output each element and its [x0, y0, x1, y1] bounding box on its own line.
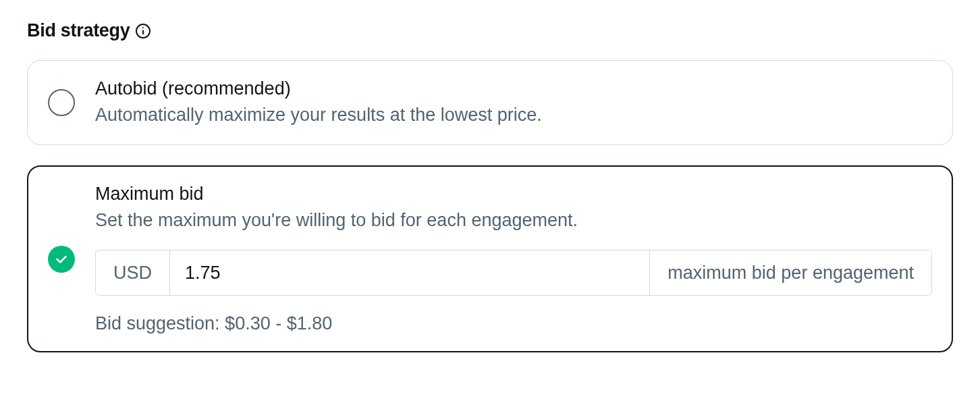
bid-currency-label: USD: [96, 250, 170, 295]
radio-unchecked-icon[interactable]: [48, 89, 75, 116]
bid-suggestion-text: Bid suggestion: $0.30 - $1.80: [95, 313, 932, 334]
option-description: Automatically maximize your results at t…: [95, 103, 932, 127]
svg-point-2: [142, 27, 144, 28]
option-body: Maximum bid Set the maximum you're willi…: [95, 184, 932, 334]
bid-input-row: USD maximum bid per engagement: [95, 250, 932, 296]
radio-checked-icon[interactable]: [48, 246, 75, 273]
bid-option-maximum-bid[interactable]: Maximum bid Set the maximum you're willi…: [27, 165, 953, 352]
info-icon[interactable]: [135, 23, 151, 39]
bid-option-autobid[interactable]: Autobid (recommended) Automatically maxi…: [27, 60, 953, 145]
option-body: Autobid (recommended) Automatically maxi…: [95, 78, 932, 127]
bid-amount-input[interactable]: [170, 250, 649, 295]
option-title: Maximum bid: [95, 184, 932, 205]
bid-unit-label: maximum bid per engagement: [649, 250, 931, 295]
section-title: Bid strategy: [27, 20, 130, 41]
option-description: Set the maximum you're willing to bid fo…: [95, 209, 932, 232]
option-title: Autobid (recommended): [95, 78, 932, 99]
section-header: Bid strategy: [27, 20, 953, 41]
